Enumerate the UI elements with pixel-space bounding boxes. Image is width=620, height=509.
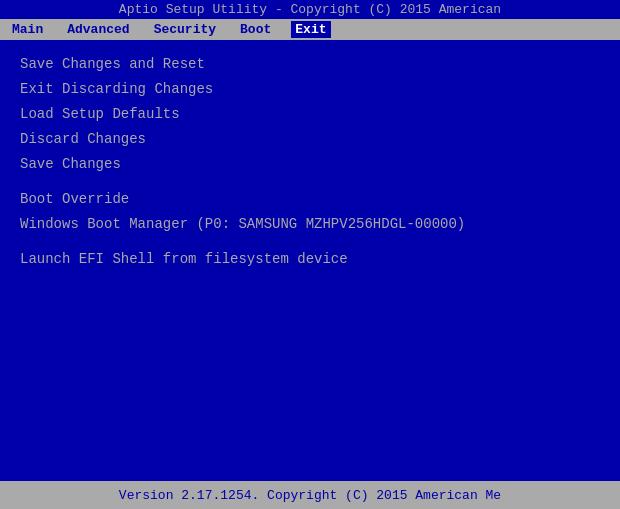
launch-efi-shell-option[interactable]: Launch EFI Shell from filesystem device: [20, 247, 600, 272]
menu-security[interactable]: Security: [150, 21, 220, 38]
menu-boot[interactable]: Boot: [236, 21, 275, 38]
menu-advanced[interactable]: Advanced: [63, 21, 133, 38]
footer-text: Version 2.17.1254. Copyright (C) 2015 Am…: [119, 488, 501, 503]
menu-bar: Main Advanced Security Boot Exit: [0, 19, 620, 40]
exit-discarding-option[interactable]: Exit Discarding Changes: [20, 77, 600, 102]
menu-exit[interactable]: Exit: [291, 21, 330, 38]
save-changes-reset-option[interactable]: Save Changes and Reset: [20, 52, 600, 77]
footer: Version 2.17.1254. Copyright (C) 2015 Am…: [0, 481, 620, 509]
windows-boot-manager-option[interactable]: Windows Boot Manager (P0: SAMSUNG MZHPV2…: [20, 212, 600, 237]
content-area: Save Changes and Reset Exit Discarding C…: [0, 40, 620, 465]
menu-main[interactable]: Main: [8, 21, 47, 38]
save-changes-option[interactable]: Save Changes: [20, 152, 600, 177]
load-setup-defaults-option[interactable]: Load Setup Defaults: [20, 102, 600, 127]
boot-override-label: Boot Override: [20, 187, 600, 212]
title-text: Aptio Setup Utility - Copyright (C) 2015…: [119, 2, 501, 17]
discard-changes-option[interactable]: Discard Changes: [20, 127, 600, 152]
title-bar: Aptio Setup Utility - Copyright (C) 2015…: [0, 0, 620, 19]
